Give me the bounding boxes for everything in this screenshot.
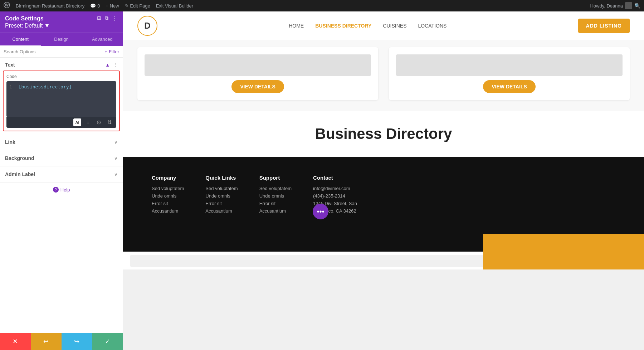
footer-quicklinks-link-1[interactable]: Sed voluptatem bbox=[205, 186, 238, 191]
background-section-icons: ∨ bbox=[114, 156, 118, 161]
filter-button[interactable]: + Filter bbox=[105, 49, 119, 54]
search-input[interactable] bbox=[4, 49, 102, 54]
card-1: VIEW DETAILS bbox=[137, 47, 378, 100]
tab-content[interactable]: Content bbox=[0, 33, 41, 46]
redo-button[interactable]: ↪ bbox=[62, 333, 92, 350]
admin-bar: W Birmingham Restaurant Directory 💬 0 + … bbox=[0, 0, 644, 11]
howdy-text: Howdy, Deanna bbox=[590, 3, 623, 9]
orange-promo-block bbox=[483, 234, 644, 269]
nav-cuisines[interactable]: CUISINES bbox=[383, 23, 406, 29]
code-content: [businessdirectory] bbox=[19, 84, 72, 89]
footer-company-link-4[interactable]: Accusantium bbox=[152, 208, 184, 214]
footer-col-quicklinks: Quick Links Sed voluptatem Unde omnis Er… bbox=[205, 175, 238, 216]
sidebar-content: Text ▲ ⋮ Code 1 [businessdirectory] AI +… bbox=[0, 58, 123, 333]
tab-design[interactable]: Design bbox=[41, 33, 82, 46]
view-details-btn-1[interactable]: VIEW DETAILS bbox=[231, 80, 284, 93]
background-section: Background ∨ bbox=[0, 150, 123, 166]
footer-contact-link-2[interactable]: (434)-235-2314 bbox=[313, 193, 357, 199]
footer-company-link-1[interactable]: Sed voluptatem bbox=[152, 186, 184, 191]
footer-contact-link-1[interactable]: info@divimer.com bbox=[313, 186, 357, 191]
admin-label-section-header[interactable]: Admin Label ∨ bbox=[0, 166, 123, 182]
wp-logo-icon[interactable]: W bbox=[4, 2, 10, 10]
comment-icon: 💬 bbox=[90, 3, 96, 9]
help-button[interactable]: ? Help bbox=[0, 183, 123, 197]
preset-arrow-icon: ▼ bbox=[44, 23, 50, 29]
redo-icon: ↪ bbox=[74, 337, 79, 345]
footer-quicklinks-link-3[interactable]: Error sit bbox=[205, 201, 238, 206]
new-button[interactable]: + New bbox=[106, 3, 119, 9]
search-bar: + Filter bbox=[0, 46, 123, 58]
sidebar-header: Code Settings ⊞ ⧉ ⋮ Preset: Default ▼ bbox=[0, 11, 123, 33]
exit-builder-button[interactable]: Exit Visual Builder bbox=[156, 3, 194, 9]
background-section-header[interactable]: Background ∨ bbox=[0, 150, 123, 166]
link-section: Link ∨ bbox=[0, 134, 123, 150]
card-1-image bbox=[145, 54, 371, 76]
admin-label-collapse-icon[interactable]: ∨ bbox=[114, 172, 118, 177]
code-label: Code bbox=[6, 74, 116, 79]
help-label: Help bbox=[60, 187, 70, 193]
main-layout: Code Settings ⊞ ⧉ ⋮ Preset: Default ▼ Co… bbox=[0, 11, 644, 350]
comments-link[interactable]: 💬 0 bbox=[90, 3, 100, 9]
floating-dots-button[interactable]: ••• bbox=[313, 204, 328, 219]
save-button[interactable]: ✓ bbox=[92, 333, 123, 350]
footer-support-link-1[interactable]: Sed voluptatem bbox=[259, 186, 292, 191]
more-options-icon[interactable]: ⋮ bbox=[112, 15, 118, 22]
edit-page-button[interactable]: ✎ Edit Page bbox=[125, 3, 150, 9]
dots-icon: ••• bbox=[317, 208, 324, 216]
toggle-icon[interactable]: ⊙ bbox=[95, 118, 103, 126]
background-collapse-icon[interactable]: ∨ bbox=[114, 156, 118, 161]
undo-button[interactable]: ↩ bbox=[31, 333, 62, 350]
footer-company-link-3[interactable]: Error sit bbox=[152, 201, 184, 206]
text-collapse-icon[interactable]: ▲ bbox=[105, 62, 110, 68]
website-logo: D bbox=[137, 16, 157, 36]
text-section-header[interactable]: Text ▲ ⋮ bbox=[0, 58, 123, 71]
footer-section: Company Sed voluptatem Unde omnis Error … bbox=[123, 157, 644, 234]
footer-columns: Company Sed voluptatem Unde omnis Error … bbox=[152, 175, 615, 216]
background-section-title: Background bbox=[5, 155, 34, 161]
preset-row[interactable]: Preset: Default ▼ bbox=[5, 23, 118, 29]
preset-label: Preset: bbox=[5, 23, 23, 29]
footer-support-link-2[interactable]: Unde omnis bbox=[259, 193, 292, 199]
business-directory-section: Business Directory bbox=[123, 111, 644, 157]
nav-home[interactable]: HOME bbox=[289, 23, 304, 29]
footer-support-link-4[interactable]: Accusantium bbox=[259, 208, 292, 214]
tab-advanced[interactable]: Advanced bbox=[82, 33, 123, 46]
card-2-image bbox=[396, 54, 623, 76]
bottom-action-bar: ✕ ↩ ↪ ✓ bbox=[0, 333, 123, 350]
link-section-header[interactable]: Link ∨ bbox=[0, 134, 123, 150]
admin-label-section-icons: ∨ bbox=[114, 172, 118, 177]
footer-contact-title: Contact bbox=[313, 175, 357, 181]
footer-quicklinks-link-4[interactable]: Accusantium bbox=[205, 208, 238, 214]
business-directory-title: Business Directory bbox=[137, 125, 630, 142]
help-icon: ? bbox=[53, 187, 59, 193]
view-details-btn-2[interactable]: VIEW DETAILS bbox=[483, 80, 536, 93]
cancel-button[interactable]: ✕ bbox=[0, 333, 31, 350]
search-icon[interactable]: 🔍 bbox=[634, 3, 640, 9]
columns-icon[interactable]: ⧉ bbox=[105, 15, 108, 22]
footer-support-title: Support bbox=[259, 175, 292, 181]
add-code-icon[interactable]: + bbox=[84, 118, 92, 126]
user-menu[interactable]: Howdy, Deanna 🔍 bbox=[590, 2, 640, 9]
restore-icon[interactable]: ⊞ bbox=[97, 15, 101, 22]
sidebar-header-icons: ⊞ ⧉ ⋮ bbox=[97, 15, 118, 22]
code-settings-section: Code 1 [businessdirectory] AI + ⊙ ⇅ bbox=[3, 71, 120, 131]
add-listing-button[interactable]: ADD LISTING bbox=[578, 19, 630, 33]
link-collapse-icon[interactable]: ∨ bbox=[114, 140, 118, 145]
reorder-icon[interactable]: ⇅ bbox=[106, 118, 113, 126]
ai-button[interactable]: AI bbox=[73, 118, 81, 126]
text-options-icon[interactable]: ⋮ bbox=[113, 62, 118, 68]
cards-section: VIEW DETAILS VIEW DETAILS bbox=[123, 40, 644, 111]
site-name[interactable]: Birmingham Restaurant Directory bbox=[16, 3, 84, 9]
nav-business-directory[interactable]: BUSINESS DIRECTORY bbox=[315, 23, 371, 29]
nav-locations[interactable]: LOCATIONS bbox=[418, 23, 447, 29]
code-editor[interactable]: 1 [businessdirectory] bbox=[6, 81, 116, 117]
content-area: D HOME BUSINESS DIRECTORY CUISINES LOCAT… bbox=[123, 11, 644, 350]
footer-col-support: Support Sed voluptatem Unde omnis Error … bbox=[259, 175, 292, 216]
footer-quicklinks-link-2[interactable]: Unde omnis bbox=[205, 193, 238, 199]
line-number: 1 bbox=[9, 84, 12, 89]
sidebar: Code Settings ⊞ ⧉ ⋮ Preset: Default ▼ Co… bbox=[0, 11, 123, 350]
link-section-title: Link bbox=[5, 139, 15, 145]
cancel-icon: ✕ bbox=[13, 337, 18, 345]
footer-support-link-3[interactable]: Error sit bbox=[259, 201, 292, 206]
footer-company-link-2[interactable]: Unde omnis bbox=[152, 193, 184, 199]
